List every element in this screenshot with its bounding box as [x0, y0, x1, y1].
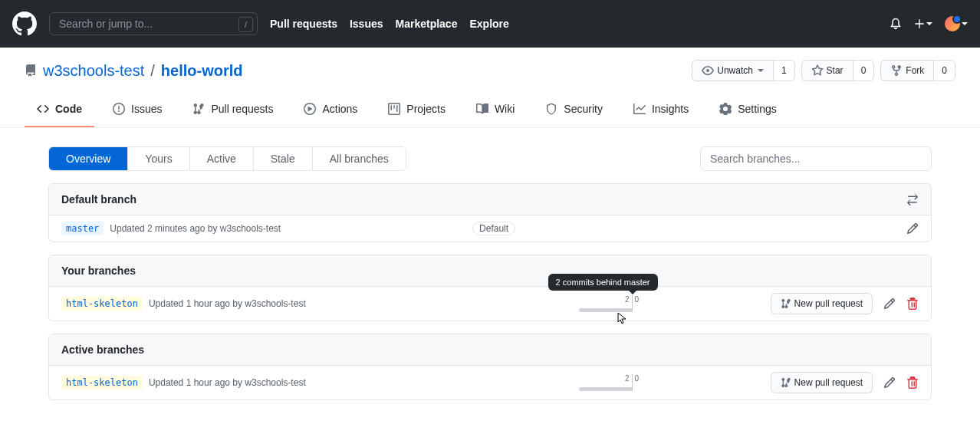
trash-icon[interactable]: [906, 298, 919, 310]
search-slash-hint: /: [238, 17, 253, 32]
filter-stale[interactable]: Stale: [254, 147, 313, 170]
nav-explore[interactable]: Explore: [469, 18, 508, 30]
nav-marketplace[interactable]: Marketplace: [396, 18, 458, 30]
default-badge: Default: [472, 222, 515, 235]
branch-name-link[interactable]: html-skeleton: [61, 297, 143, 311]
nav-pull-requests[interactable]: Pull requests: [270, 18, 337, 30]
new-pull-request-button[interactable]: New pull request: [771, 372, 873, 393]
fork-button[interactable]: Fork: [880, 60, 933, 81]
avatar-dropdown[interactable]: [945, 16, 968, 31]
filter-active[interactable]: Active: [190, 147, 254, 170]
behind-count: 2: [625, 374, 630, 383]
pencil-icon[interactable]: [883, 298, 896, 310]
avatar: [945, 16, 960, 31]
filter-overview[interactable]: Overview: [49, 147, 128, 170]
tab-pull-requests[interactable]: Pull requests: [180, 97, 285, 127]
fork-count[interactable]: 0: [933, 60, 955, 81]
tab-settings[interactable]: Settings: [707, 97, 789, 127]
repo-name-link[interactable]: hello-world: [161, 62, 243, 80]
branch-updated-text: Updated 1 hour ago by w3schools-test: [149, 377, 306, 388]
tab-code[interactable]: Code: [25, 97, 94, 127]
repo-separator: /: [150, 62, 155, 80]
github-logo[interactable]: [12, 12, 37, 36]
trash-icon[interactable]: [906, 376, 919, 389]
new-pull-request-button[interactable]: New pull request: [771, 293, 873, 314]
pencil-icon[interactable]: [906, 222, 919, 235]
branch-search-input[interactable]: [700, 146, 932, 171]
tab-actions[interactable]: Actions: [291, 97, 370, 127]
star-button[interactable]: Star: [801, 60, 853, 81]
tab-security[interactable]: Security: [533, 97, 615, 127]
your-branches-heading: Your branches: [61, 265, 136, 277]
swap-default-branch-icon[interactable]: [906, 193, 919, 205]
filter-yours[interactable]: Yours: [128, 147, 189, 170]
ahead-behind-tooltip: 2 commits behind master: [548, 274, 658, 291]
filter-all[interactable]: All branches: [313, 147, 406, 170]
tab-insights[interactable]: Insights: [621, 97, 701, 127]
branch-name-link[interactable]: html-skeleton: [61, 376, 143, 390]
branch-updated-text: Updated 1 hour ago by w3schools-test: [149, 298, 306, 309]
active-branches-heading: Active branches: [61, 344, 144, 356]
plus-dropdown[interactable]: [914, 18, 932, 29]
repo-owner-link[interactable]: w3schools-test: [43, 62, 144, 80]
repo-icon: [25, 64, 37, 77]
tab-issues[interactable]: Issues: [100, 97, 174, 127]
tab-wiki[interactable]: Wiki: [464, 97, 527, 127]
search-input[interactable]: [49, 12, 258, 35]
star-count[interactable]: 0: [853, 60, 875, 81]
default-branch-heading: Default branch: [61, 193, 136, 205]
branch-name-link[interactable]: master: [61, 222, 104, 235]
watch-count[interactable]: 1: [773, 60, 795, 81]
unwatch-button[interactable]: Unwatch: [692, 60, 773, 81]
ahead-behind-indicator[interactable]: 2 0: [579, 374, 686, 391]
branch-updated-text: Updated 2 minutes ago by w3schools-test: [110, 223, 281, 234]
tab-projects[interactable]: Projects: [376, 97, 458, 127]
bell-icon[interactable]: [890, 18, 902, 30]
nav-issues[interactable]: Issues: [350, 18, 383, 30]
ahead-count: 0: [635, 374, 640, 383]
pencil-icon[interactable]: [883, 376, 896, 389]
ahead-behind-indicator[interactable]: 2 commits behind master 2 0: [579, 295, 686, 312]
